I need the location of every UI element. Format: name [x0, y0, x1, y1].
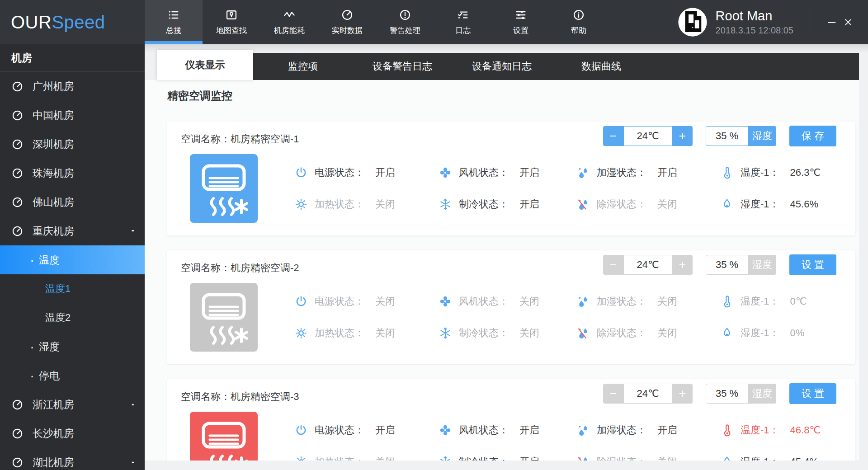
- sidebar-item-china[interactable]: 中国机房: [0, 101, 145, 130]
- app-window: OURSpeed 总揽地图查找机房能耗实时数据警告处理日志设置帮助 Root M…: [0, 0, 868, 470]
- settings-icon: [514, 9, 527, 21]
- sidebar-item-chongqing[interactable]: 重庆机房: [0, 216, 145, 245]
- sidebar-item-label: 珠海机房: [33, 166, 74, 180]
- status-value: 0%: [790, 327, 805, 339]
- status-value: 开启: [519, 197, 539, 211]
- nav-item-help[interactable]: 帮助: [550, 0, 608, 44]
- tab-device-notify-log[interactable]: 设备通知日志: [452, 53, 552, 80]
- humidity-button[interactable]: 湿度: [748, 126, 776, 146]
- sidebar-item-power-outage[interactable]: ·停电: [0, 361, 145, 390]
- avatar[interactable]: [678, 7, 708, 37]
- nav-item-settings[interactable]: 设置: [492, 0, 550, 44]
- status-heat: 加热状态：关闭: [294, 326, 439, 340]
- app-logo: OURSpeed: [0, 0, 145, 44]
- ac-name-label: 空调名称：机房精密空调-3: [181, 390, 299, 404]
- status-humidify: 加湿状态：开启: [576, 423, 720, 437]
- sidebar-item-temperature[interactable]: ·温度: [0, 245, 145, 274]
- top-nav: 总揽地图查找机房能耗实时数据警告处理日志设置帮助: [145, 0, 608, 44]
- nav-item-label: 设置: [513, 25, 528, 36]
- right-gutter: [859, 53, 868, 470]
- status-value: 开启: [519, 166, 539, 179]
- nav-item-label: 帮助: [571, 25, 586, 36]
- close-button[interactable]: [840, 14, 856, 30]
- tab-label: 仪表显示: [185, 58, 225, 72]
- temp-set-field[interactable]: 24℃: [623, 255, 672, 275]
- status-label: 电源状态：: [315, 166, 364, 179]
- temp-decrease-button[interactable]: −: [603, 126, 623, 146]
- status-label: 加湿状态：: [597, 166, 646, 179]
- sidebar-item-shenzhen[interactable]: 深圳机房: [0, 130, 145, 159]
- humidity-button[interactable]: 湿度: [748, 255, 776, 275]
- minimize-button[interactable]: [824, 14, 840, 30]
- sidebar: 机房 广州机房中国机房深圳机房珠海机房佛山机房重庆机房·温度温度1温度2·湿度·…: [0, 44, 145, 470]
- nav-item-alerts[interactable]: 警告处理: [376, 0, 434, 44]
- alert-icon: [399, 9, 411, 21]
- power-icon: [294, 166, 308, 179]
- save-button[interactable]: 保 存: [789, 126, 836, 146]
- humidity-icon: [720, 455, 734, 461]
- sidebar-item-label: 深圳机房: [33, 137, 74, 151]
- gauge-icon: [11, 456, 24, 469]
- status-heat: 加热状态：关闭: [294, 455, 439, 461]
- fan-icon: [439, 295, 452, 308]
- humidity-button[interactable]: 湿度: [748, 384, 776, 404]
- ac-unit-icon: [190, 154, 258, 223]
- nav-item-overview[interactable]: 总揽: [145, 0, 203, 44]
- temp-increase-button[interactable]: +: [672, 126, 693, 146]
- map-search-icon: [225, 9, 238, 21]
- status-value: 关闭: [375, 455, 395, 461]
- sidebar-item-temperature-1[interactable]: 温度1: [0, 274, 145, 303]
- temp-set-field[interactable]: 24℃: [623, 384, 672, 404]
- sidebar-item-label: 重庆机房: [33, 224, 74, 238]
- gauge-icon: [11, 225, 24, 237]
- status-value: 关闭: [657, 197, 677, 211]
- gauge-icon: [11, 138, 24, 150]
- tab-device-alert-log[interactable]: 设备警告日志: [353, 53, 452, 80]
- nav-item-logs[interactable]: 日志: [434, 0, 492, 44]
- humidity-set-field[interactable]: 35 %: [706, 384, 748, 404]
- temp-decrease-button[interactable]: −: [603, 384, 623, 404]
- status-dehumidify: 除湿状态：关闭: [576, 197, 720, 211]
- status-label: 电源状态：: [315, 423, 364, 437]
- divider: [810, 9, 810, 35]
- humidity-setter: 35 %湿度: [706, 384, 776, 404]
- heat-icon: [294, 455, 308, 461]
- nav-item-realtime[interactable]: 实时数据: [318, 0, 376, 44]
- status-value: 关闭: [657, 295, 677, 308]
- ac-unit-tile: [190, 412, 258, 461]
- temp-increase-button[interactable]: +: [672, 255, 693, 275]
- settings-button[interactable]: 设 置: [789, 383, 836, 404]
- sidebar-item-zhejiang[interactable]: 浙江机房: [0, 390, 145, 419]
- temp-stepper: −24℃+: [603, 255, 693, 275]
- temp-decrease-button[interactable]: −: [603, 255, 623, 275]
- temp-increase-button[interactable]: +: [672, 384, 693, 404]
- nav-item-energy[interactable]: 机房能耗: [260, 0, 318, 44]
- status-grid: 电源状态：开启风机状态：开启加湿状态：开启温度-1：26.3℃加热状态：关闭制冷…: [294, 157, 855, 220]
- sidebar-item-temperature-2[interactable]: 温度2: [0, 303, 145, 332]
- caret-up-icon: [129, 401, 137, 408]
- fan-icon: [439, 423, 452, 437]
- nav-item-label: 机房能耗: [274, 25, 305, 36]
- user-datetime: 2018.3.15 12:08:05: [716, 25, 793, 36]
- sidebar-item-guangzhou[interactable]: 广州机房: [0, 72, 145, 101]
- sidebar-item-zhuhai[interactable]: 珠海机房: [0, 159, 145, 188]
- temp-stepper: −24℃+: [603, 384, 693, 404]
- ac-card: 空调名称：机房精密空调-2−24℃+35 %湿度设 置电源状态：关闭风机状态：关…: [167, 250, 855, 364]
- humidity-set-field[interactable]: 35 %: [706, 255, 748, 275]
- sidebar-item-changsha[interactable]: 长沙机房: [0, 419, 145, 448]
- content-panel: 精密空调监控 空调名称：机房精密空调-1−24℃+35 %湿度保 存电源状态：开…: [145, 80, 859, 461]
- status-label: 湿度-1：: [741, 197, 779, 211]
- sidebar-item-foshan[interactable]: 佛山机房: [0, 188, 145, 216]
- sidebar-item-hubei[interactable]: 湖北机房: [0, 448, 145, 470]
- ac-unit-tile: [190, 283, 258, 352]
- status-cool: 制冷状态：开启: [439, 455, 576, 461]
- tab-monitor-items[interactable]: 监控项: [253, 53, 353, 80]
- nav-item-map-search[interactable]: 地图查找: [203, 0, 260, 44]
- temp-set-field[interactable]: 24℃: [623, 126, 672, 146]
- tab-data-curve[interactable]: 数据曲线: [552, 53, 651, 80]
- humidity-set-field[interactable]: 35 %: [706, 126, 748, 146]
- sidebar-item-humidity[interactable]: ·湿度: [0, 332, 145, 361]
- settings-button[interactable]: 设 置: [789, 254, 836, 275]
- humidity-icon: [720, 326, 734, 340]
- tab-gauge-display[interactable]: 仪表显示: [157, 50, 253, 80]
